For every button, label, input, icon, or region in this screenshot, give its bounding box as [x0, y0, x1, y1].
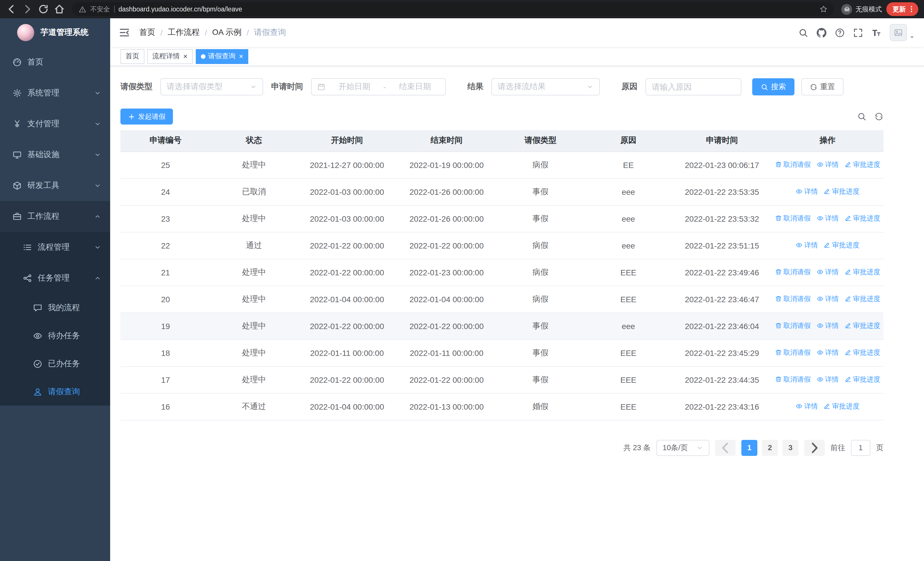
user-menu[interactable] — [890, 24, 915, 41]
approval-progress-link[interactable]: 审批进度 — [844, 348, 880, 358]
cell-reason: EEE — [584, 259, 672, 286]
page-button-1[interactable]: 1 — [741, 439, 758, 456]
breadcrumb-item[interactable]: 首页 — [139, 27, 155, 38]
cancel-leave-link[interactable]: 取消请假 — [775, 294, 811, 304]
action-label: 详情 — [825, 375, 838, 385]
reset-button[interactable]: 重置 — [801, 78, 843, 95]
detail-link[interactable]: 详情 — [796, 187, 818, 197]
approval-progress-link[interactable]: 审批进度 — [824, 241, 860, 250]
sidebar-item-dev-tools[interactable]: 研发工具 — [0, 170, 110, 201]
dashboard-icon — [12, 58, 22, 67]
detail-link[interactable]: 详情 — [816, 214, 838, 223]
github-icon[interactable] — [817, 28, 826, 38]
app-logo[interactable]: 芋道管理系统 — [0, 18, 110, 47]
breadcrumb-separator: / — [246, 28, 249, 37]
sidebar-item-home[interactable]: 首页 — [0, 47, 110, 78]
close-icon[interactable]: × — [239, 53, 243, 60]
page-size-select[interactable]: 10条/页 — [656, 439, 710, 456]
leave-type-select[interactable]: 请选择请假类型 — [160, 78, 263, 95]
column-header: 原因 — [584, 130, 672, 151]
tab-leave-query[interactable]: 请假查询× — [195, 49, 248, 64]
sidebar-item-done-tasks[interactable]: 已办任务 — [0, 350, 110, 378]
sidebar-item-my-process[interactable]: 我的流程 — [0, 294, 110, 322]
reason-input[interactable] — [645, 78, 741, 95]
yen-icon — [12, 119, 22, 129]
fullscreen-icon[interactable] — [853, 28, 863, 38]
delete-icon — [775, 322, 782, 329]
sidebar-collapse-icon[interactable] — [119, 27, 130, 38]
refresh-icon — [810, 83, 817, 90]
breadcrumb-item[interactable]: 工作流程 — [168, 27, 200, 38]
close-icon[interactable]: × — [183, 53, 188, 60]
search-icon[interactable] — [798, 28, 808, 38]
update-button[interactable]: 更新 — [886, 2, 918, 16]
cell-leave-type: 事假 — [496, 178, 584, 205]
search-button[interactable]: 搜索 — [752, 78, 795, 95]
cancel-leave-link[interactable]: 取消请假 — [775, 348, 811, 358]
cell-reason: EEE — [584, 339, 672, 366]
detail-link[interactable]: 详情 — [816, 348, 838, 358]
cell-status: 处理中 — [211, 286, 297, 313]
approval-progress-link[interactable]: 审批进度 — [824, 187, 860, 197]
detail-link[interactable]: 详情 — [796, 241, 818, 250]
approval-progress-link[interactable]: 审批进度 — [844, 267, 880, 277]
delete-icon — [775, 296, 782, 302]
cell-reason: EEE — [584, 366, 672, 393]
toggle-search-icon[interactable] — [857, 112, 866, 121]
detail-link[interactable]: 详情 — [816, 375, 838, 385]
result-select[interactable]: 请选择流结果 — [491, 78, 600, 95]
browser-home-button[interactable] — [54, 3, 65, 15]
cell-status: 处理中 — [211, 366, 297, 393]
cancel-leave-link[interactable]: 取消请假 — [775, 375, 811, 385]
sidebar-item-infrastructure[interactable]: 基础设施 — [0, 139, 110, 170]
font-size-icon[interactable] — [872, 28, 881, 38]
page-button-2[interactable]: 2 — [762, 439, 778, 456]
approval-progress-link[interactable]: 审批进度 — [844, 321, 880, 331]
detail-link[interactable]: 详情 — [816, 294, 838, 304]
breadcrumb-item[interactable]: OA 示例 — [212, 27, 242, 38]
sidebar-item-leave-query[interactable]: 请假查询 — [0, 378, 110, 406]
tab-home[interactable]: 首页 — [120, 49, 144, 64]
sidebar-item-workflow[interactable]: 工作流程 — [0, 201, 110, 232]
detail-link[interactable]: 详情 — [796, 402, 818, 411]
help-icon[interactable] — [835, 28, 844, 38]
detail-link[interactable]: 详情 — [816, 321, 838, 331]
cancel-leave-link[interactable]: 取消请假 — [775, 321, 811, 331]
create-leave-button[interactable]: 发起请假 — [120, 108, 173, 125]
browser-menu-icon[interactable] — [908, 5, 915, 13]
table-row: 19处理中2022-01-22 00:00:002022-01-22 00:00… — [120, 313, 884, 339]
sidebar-item-payment-management[interactable]: 支付管理 — [0, 108, 110, 139]
cancel-leave-link[interactable]: 取消请假 — [775, 267, 811, 277]
sidebar-item-todo-tasks[interactable]: 待办任务 — [0, 322, 110, 350]
detail-link[interactable]: 详情 — [816, 267, 838, 277]
sidebar-item-task-management[interactable]: 任务管理 — [0, 263, 110, 294]
apply-time-range-picker[interactable]: 开始日期 - 结束日期 — [311, 78, 446, 95]
browser-reload-button[interactable] — [38, 3, 49, 15]
cell-apply-time: 2022-01-22 23:53:35 — [672, 178, 772, 205]
tab-process-detail[interactable]: 流程详情× — [147, 49, 193, 64]
sidebar-item-process-management[interactable]: 流程管理 — [0, 232, 110, 263]
sidebar-item-label: 系统管理 — [27, 88, 59, 98]
cell-start-time: 2022-01-22 00:00:00 — [297, 313, 397, 339]
approval-progress-link[interactable]: 审批进度 — [844, 160, 880, 170]
approval-progress-link[interactable]: 审批进度 — [844, 375, 880, 385]
prev-page-button[interactable] — [715, 439, 736, 456]
next-page-button[interactable] — [804, 439, 825, 456]
cancel-leave-link[interactable]: 取消请假 — [775, 160, 811, 170]
refresh-table-icon[interactable] — [874, 112, 884, 121]
table-row: 24已取消2022-01-03 00:00:002022-01-26 00:00… — [120, 178, 884, 205]
approval-progress-link[interactable]: 审批进度 — [844, 214, 880, 223]
approval-progress-link[interactable]: 审批进度 — [824, 402, 860, 411]
browser-back-button[interactable] — [6, 3, 17, 15]
gear-icon — [12, 89, 22, 98]
bookmark-star-icon[interactable] — [819, 5, 828, 13]
cancel-leave-link[interactable]: 取消请假 — [775, 214, 811, 223]
sidebar-item-system-management[interactable]: 系统管理 — [0, 78, 110, 108]
page-button-3[interactable]: 3 — [783, 439, 798, 456]
cell-end-time: 2022-01-22 00:00:00 — [397, 313, 496, 339]
detail-link[interactable]: 详情 — [816, 160, 838, 170]
approval-progress-link[interactable]: 审批进度 — [844, 294, 880, 304]
browser-forward-button[interactable] — [22, 3, 33, 15]
goto-page-input[interactable] — [851, 439, 870, 456]
address-bar[interactable]: 不安全 dashboard.yudao.iocoder.cn/bpm/oa/le… — [72, 2, 834, 16]
